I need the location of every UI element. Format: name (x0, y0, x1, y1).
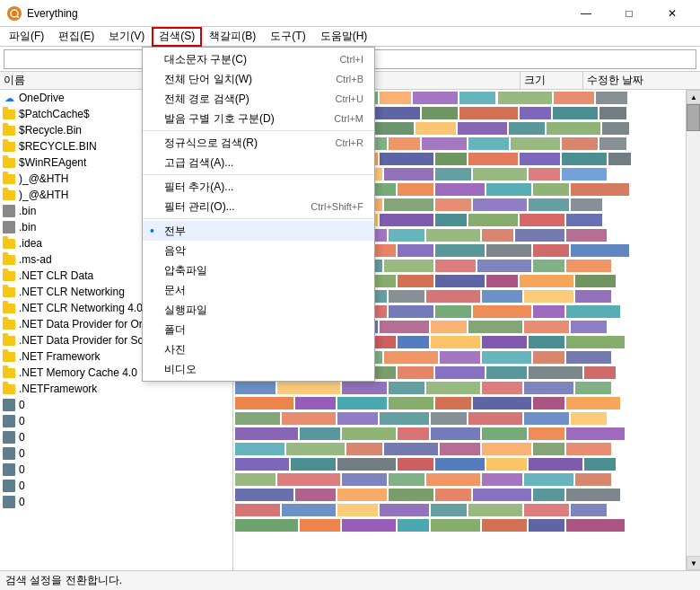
col-header-size[interactable]: 크기 (521, 72, 583, 89)
menu-item-regex[interactable]: 정규식으로 검색(R) Ctrl+R (143, 133, 374, 153)
list-item[interactable]: 0 (0, 445, 232, 462)
menu-item-picture[interactable]: 사진 (143, 339, 374, 359)
list-item[interactable]: 0 (0, 429, 232, 445)
menu-help[interactable]: 도움말(H) (313, 27, 375, 47)
list-item[interactable]: 0 (0, 462, 232, 478)
menu-item-manage-filter[interactable]: 필터 관리(O)... Ctrl+Shift+F (143, 197, 374, 216)
svg-rect-123 (473, 305, 531, 318)
svg-rect-148 (533, 351, 564, 364)
file-icon (2, 480, 16, 492)
bullet-icon: • (150, 224, 154, 238)
file-name: $RECYCLE.BIN (19, 140, 97, 153)
menu-item-add-filter[interactable]: 필터 추가(A)... (143, 177, 374, 197)
svg-rect-125 (566, 305, 620, 318)
menu-search[interactable]: 검색(S) (152, 27, 202, 47)
col-header-date[interactable]: 수정한 날짜 (583, 72, 700, 89)
svg-rect-233 (398, 519, 429, 532)
minimize-button[interactable]: — (565, 0, 607, 27)
svg-rect-69 (571, 198, 602, 211)
folder-icon (2, 237, 16, 250)
menu-item-music[interactable]: 음악 (143, 241, 374, 260)
svg-rect-90 (435, 244, 485, 257)
svg-rect-208 (342, 473, 387, 486)
file-name: .NET CLR Data (19, 269, 93, 282)
folder-icon (2, 269, 16, 282)
folder-icon (2, 124, 16, 136)
list-item[interactable]: 0 (0, 494, 232, 510)
svg-rect-235 (482, 519, 527, 532)
svg-rect-66 (435, 198, 471, 211)
scroll-thumb[interactable] (687, 104, 700, 131)
file-name: $Recycle.Bin (19, 124, 82, 136)
svg-rect-100 (533, 260, 564, 272)
file-name: .bin (19, 221, 36, 233)
menu-view[interactable]: 보기(V) (101, 27, 152, 47)
menu-edit[interactable]: 편집(E) (51, 27, 101, 47)
menu-item-executable[interactable]: 실행파일 (143, 300, 374, 320)
menu-item-document[interactable]: 문서 (143, 280, 374, 300)
shortcut-label: Ctrl+M (334, 113, 363, 124)
svg-rect-121 (389, 305, 433, 318)
list-item[interactable]: 0 (0, 397, 232, 413)
menu-item-label: 압축파일 (164, 263, 207, 278)
file-icon (2, 447, 16, 460)
svg-rect-223 (282, 504, 336, 516)
svg-rect-32 (422, 137, 467, 150)
list-item[interactable]: 0 (0, 413, 232, 429)
menu-item-full-path[interactable]: 전체 경로 검색(P) Ctrl+U (143, 89, 374, 109)
vertical-scrollbar[interactable]: ▲ ▼ (686, 90, 700, 570)
menu-item-video[interactable]: 비디오 (143, 359, 374, 379)
menu-item-folder[interactable]: 폴더 (143, 320, 374, 339)
menu-item-label: 전체 단어 일치(W) (164, 72, 252, 87)
svg-rect-50 (435, 168, 471, 181)
svg-rect-206 (235, 473, 276, 486)
menu-item-whole-word[interactable]: 전체 단어 일치(W) Ctrl+B (143, 69, 374, 89)
title-bar: Everything — □ ✕ (0, 0, 700, 27)
menu-file[interactable]: 파일(F) (2, 27, 51, 47)
svg-rect-234 (431, 519, 480, 532)
svg-rect-31 (389, 137, 420, 150)
maximize-button[interactable]: □ (608, 0, 650, 27)
svg-rect-109 (575, 275, 616, 287)
svg-rect-175 (282, 412, 336, 425)
svg-rect-65 (384, 198, 433, 211)
menu-item-archive[interactable]: 압축파일 (143, 260, 374, 280)
svg-rect-101 (566, 260, 611, 272)
svg-rect-45 (608, 153, 631, 165)
list-item[interactable]: .NETFramework (0, 381, 232, 397)
close-button[interactable]: ✕ (652, 0, 693, 27)
svg-rect-130 (431, 321, 467, 333)
svg-rect-203 (486, 458, 527, 471)
menu-item-diacritic[interactable]: 발음 구별 기호 구분(D) Ctrl+M (143, 109, 374, 128)
svg-rect-133 (571, 321, 607, 333)
svg-rect-167 (295, 397, 336, 409)
menu-item-label: 발음 구별 기호 구분(D) (164, 111, 275, 127)
svg-rect-192 (346, 443, 382, 455)
menu-item-case-sensitive[interactable]: 대소문자 구분(C) Ctrl+I (143, 49, 374, 69)
svg-rect-188 (529, 427, 564, 440)
svg-rect-166 (235, 397, 293, 409)
list-item[interactable]: 0 (0, 478, 232, 494)
file-name: 0 (19, 496, 25, 508)
svg-rect-154 (435, 366, 485, 379)
menu-bookmark[interactable]: 책갈피(B) (202, 27, 263, 47)
svg-rect-24 (458, 122, 507, 135)
dropdown-section-1: 대소문자 구분(C) Ctrl+I 전체 단어 일치(W) Ctrl+B 전체 … (143, 48, 374, 131)
scroll-up-button[interactable]: ▲ (687, 90, 700, 104)
svg-rect-57 (398, 183, 433, 196)
menu-item-advanced-search[interactable]: 고급 검색(A)... (143, 153, 374, 172)
svg-rect-23 (416, 122, 456, 135)
dropdown-section-4: • 전부 음악 압축파일 문서 실행파일 폴더 사진 비디오 (143, 219, 374, 381)
file-name: .NET CLR Networking 4.0 (19, 302, 143, 314)
svg-rect-9 (554, 92, 594, 104)
menu-tools[interactable]: 도구(T) (263, 27, 312, 47)
svg-rect-108 (520, 275, 573, 287)
menu-item-all[interactable]: • 전부 (143, 221, 374, 241)
svg-rect-199 (291, 458, 336, 471)
svg-rect-184 (342, 427, 396, 440)
shortcut-label: Ctrl+R (336, 137, 363, 148)
svg-rect-85 (566, 229, 607, 242)
svg-rect-181 (571, 412, 607, 425)
scroll-down-button[interactable]: ▼ (687, 556, 700, 570)
svg-rect-7 (459, 92, 495, 104)
